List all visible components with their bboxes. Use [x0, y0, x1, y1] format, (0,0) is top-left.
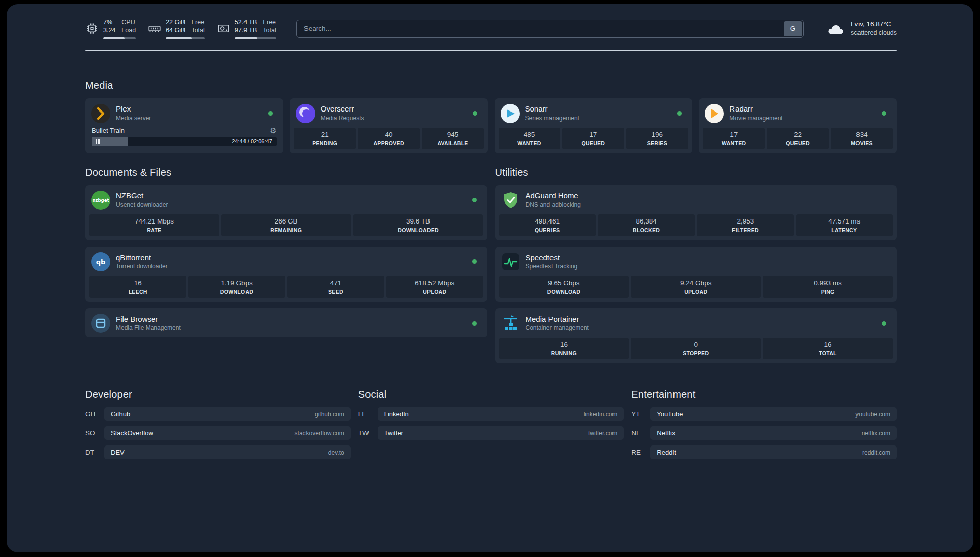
stat-value: 21: [295, 131, 354, 139]
service-text: Sonarr Series management: [525, 104, 579, 122]
stat-ping: 0.993 ms PING: [763, 276, 893, 298]
service-desc: Media Requests: [321, 115, 364, 122]
service-card-radarr[interactable]: Radarr Movie management 17 WANTED 22 QUE…: [699, 98, 897, 153]
cpu-values: 7% 3.24: [103, 18, 115, 35]
stat-label: UPLOAD: [632, 289, 759, 295]
cpu-label-bottom: Load: [121, 26, 136, 34]
stat-blocked: 86,384 BLOCKED: [598, 214, 695, 236]
disk-label-top: Free: [263, 18, 276, 26]
stat-series: 196 SERIES: [626, 128, 688, 149]
bookmark-link[interactable]: Github github.com: [104, 407, 351, 421]
service-stats: 9.65 Gbps DOWNLOAD 9.24 Gbps UPLOAD 0.99…: [499, 276, 893, 298]
stat-leech: 16 LEECH: [89, 276, 186, 298]
status-dot: [472, 198, 477, 202]
service-desc: Media server: [116, 115, 151, 122]
bookmark-abbr: GH: [85, 410, 104, 418]
service-header: AdGuard Home DNS and adblocking: [499, 189, 893, 210]
service-card-plex[interactable]: Plex Media server Bullet Train ⚙: [85, 98, 283, 153]
status-dot: [882, 111, 886, 116]
system-resources: 7% 3.24 CPU Load: [85, 18, 276, 39]
stat-value: 618.52 Mbps: [388, 279, 481, 287]
bookmark-name: Twitter: [384, 429, 403, 437]
top-bar: 7% 3.24 CPU Load: [85, 18, 897, 39]
playback-time: 24:44 / 02:06:47: [232, 137, 272, 146]
search-input[interactable]: [296, 20, 804, 38]
bookmarks: Developer GH Github github.com SO StackO…: [85, 388, 897, 489]
cpu-icon: [85, 22, 99, 35]
service-desc: Usenet downloader: [116, 201, 168, 209]
disk-free-value: 52.4 TB: [235, 18, 257, 26]
service-text: AdGuard Home DNS and adblocking: [526, 191, 581, 209]
service-card-overseerr[interactable]: Overseerr Media Requests 21 PENDING 40 A…: [290, 98, 488, 153]
bookmark-items: GH Github github.com SO StackOverflow st…: [85, 407, 351, 459]
service-card-adguard[interactable]: AdGuard Home DNS and adblocking 498,461 …: [495, 185, 897, 240]
memory-total-value: 64 GiB: [166, 26, 185, 34]
gear-icon[interactable]: ⚙: [270, 127, 276, 134]
service-card-nzbget[interactable]: nzbget NZBGet Usenet downloader 74: [85, 185, 487, 240]
section-title-utilities: Utilities: [495, 166, 897, 178]
stat-label: DOWNLOAD: [501, 289, 628, 295]
bookmark-twitter: TW Twitter twitter.com: [358, 426, 624, 440]
section-utilities: Utilities AdGuard Home: [495, 166, 897, 364]
section-media: Media Plex Media server: [85, 80, 897, 153]
service-header: Media Portainer Container management: [499, 312, 893, 333]
service-stats: 21 PENDING 40 APPROVED 945 AVAILABLE: [294, 128, 484, 149]
pause-icon[interactable]: [96, 139, 100, 144]
service-text: Plex Media server: [116, 104, 151, 122]
stat-wanted: 485 WANTED: [499, 128, 561, 149]
section-documents: Documents & Files nzbget: [85, 166, 487, 364]
stat-value: 471: [289, 279, 383, 287]
service-card-qbittorrent[interactable]: qb qBittorrent Torrent downloader: [85, 247, 487, 302]
bookmark-link[interactable]: YouTube youtube.com: [650, 407, 897, 421]
stat-seed: 471 SEED: [287, 276, 384, 298]
playback-progress-bar[interactable]: 24:44 / 02:06:47: [92, 137, 277, 146]
stat-value: 47.571 ms: [798, 217, 891, 226]
stat-label: SERIES: [628, 140, 687, 146]
cpu-labels: CPU Load: [121, 18, 136, 35]
service-card-filebrowser[interactable]: File Browser Media File Management: [85, 308, 487, 337]
disk-widget: 52.4 TB 97.9 TB Free Total: [217, 18, 276, 39]
cpu-percent: 7%: [103, 18, 115, 26]
stat-value: 945: [423, 131, 482, 139]
bookmark-url: netflix.com: [862, 430, 890, 437]
stat-label: PING: [764, 289, 891, 295]
stat-value: 196: [628, 131, 687, 139]
dashboard-content: 7% 3.24 CPU Load: [7, 18, 973, 489]
bookmark-link[interactable]: DEV dev.to: [104, 445, 351, 459]
stat-label: BLOCKED: [599, 227, 693, 233]
service-desc: DNS and adblocking: [526, 201, 581, 209]
status-dot: [473, 111, 477, 116]
service-card-speedtest[interactable]: Speedtest Speedtest Tracking 9.65 Gbps D…: [495, 247, 897, 302]
stat-label: UPLOAD: [388, 289, 481, 295]
stat-queued: 17 QUEUED: [562, 128, 624, 149]
memory-free-value: 22 GiB: [166, 18, 185, 26]
service-card-sonarr[interactable]: Sonarr Series management 485 WANTED 17 Q…: [495, 98, 693, 153]
service-header: nzbget NZBGet Usenet downloader: [89, 189, 483, 210]
bookmark-items: LI LinkedIn linkedin.com TW Twitter twit…: [358, 407, 624, 440]
memory-body: 22 GiB 64 GiB Free Total: [166, 18, 205, 39]
bookmark-link[interactable]: LinkedIn linkedin.com: [378, 407, 624, 421]
search-provider-button[interactable]: G: [784, 21, 802, 36]
stat-remaining: 266 GB REMAINING: [221, 214, 351, 236]
cpu-progress-fill: [103, 37, 125, 39]
stat-downloaded: 39.6 TB DOWNLOADED: [353, 214, 483, 236]
stat-upload: 618.52 Mbps UPLOAD: [386, 276, 483, 298]
bookmark-link[interactable]: Twitter twitter.com: [378, 426, 624, 440]
filebrowser-icon: [91, 314, 110, 333]
stat-value: 40: [359, 131, 418, 139]
service-desc: Series management: [525, 115, 579, 122]
bookmark-name: YouTube: [657, 410, 683, 418]
bookmark-group-title: Entertainment: [631, 388, 897, 400]
disk-label-bottom: Total: [263, 26, 276, 34]
memory-label-top: Free: [191, 18, 204, 26]
stat-label: RUNNING: [501, 350, 628, 356]
section-title-media: Media: [85, 80, 897, 91]
bookmark-link[interactable]: StackOverflow stackoverflow.com: [104, 426, 351, 440]
disk-total-value: 97.9 TB: [235, 26, 257, 34]
service-desc: Movie management: [729, 115, 782, 122]
service-card-portainer[interactable]: Media Portainer Container management 16 …: [495, 308, 897, 363]
stat-value: 16: [764, 341, 891, 349]
bookmark-link[interactable]: Reddit reddit.com: [650, 445, 897, 459]
bookmark-link[interactable]: Netflix netflix.com: [650, 426, 897, 440]
player-top-row: Bullet Train ⚙: [92, 127, 277, 134]
